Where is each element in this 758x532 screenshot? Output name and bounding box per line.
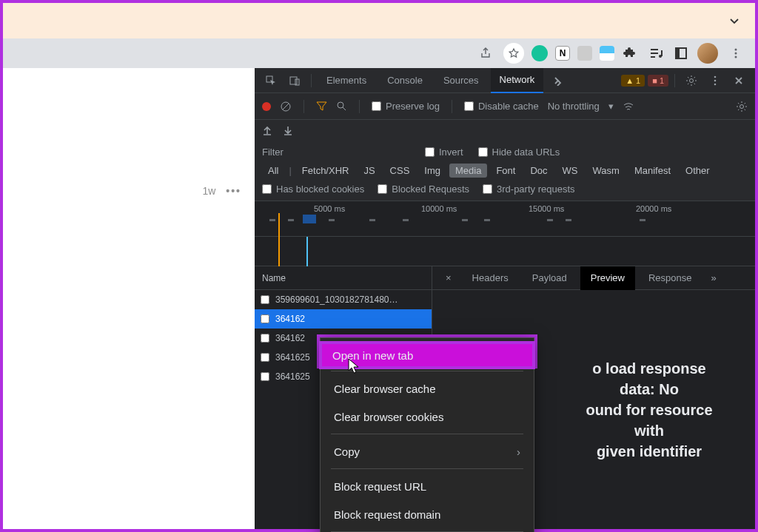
svg-rect-7: [290, 77, 297, 84]
throttling-dropdown-icon[interactable]: ▾: [608, 101, 614, 112]
settings-gear-icon[interactable]: [681, 70, 702, 91]
svg-rect-2: [676, 48, 680, 58]
filter-css[interactable]: CSS: [384, 164, 416, 178]
more-options-icon[interactable]: •••: [226, 185, 241, 197]
network-timeline[interactable]: 5000 ms 10000 ms 15000 ms 20000 ms: [255, 201, 755, 237]
timeline-mark: 15000 ms: [529, 204, 564, 213]
tab-console[interactable]: Console: [378, 68, 432, 93]
download-icon[interactable]: [283, 125, 293, 135]
name-column-header[interactable]: Name: [255, 266, 432, 290]
menu-block-url[interactable]: Block request URL: [321, 472, 534, 500]
svg-point-3: [735, 49, 737, 51]
extensions-puzzle-icon[interactable]: [622, 44, 640, 62]
svg-point-5: [735, 56, 737, 58]
extension-grammarly-icon[interactable]: [531, 45, 548, 61]
svg-point-9: [690, 78, 694, 82]
svg-point-12: [714, 83, 717, 85]
tab-network[interactable]: Network: [491, 68, 544, 93]
more-tabs-icon[interactable]: [546, 70, 567, 91]
reading-list-icon[interactable]: [672, 44, 690, 62]
menu-block-domain[interactable]: Block request domain: [321, 500, 534, 528]
tab-preview[interactable]: Preview: [580, 266, 635, 290]
preserve-log-checkbox[interactable]: Preserve log: [372, 101, 440, 112]
network-settings-icon[interactable]: [736, 101, 748, 112]
filter-js[interactable]: JS: [358, 164, 380, 178]
filter-wasm[interactable]: Wasm: [587, 164, 625, 178]
timeline-mark: 5000 ms: [314, 204, 345, 213]
clear-icon[interactable]: [280, 101, 292, 112]
tab-response[interactable]: Response: [638, 266, 702, 290]
third-party-checkbox[interactable]: 3rd-party requests: [483, 183, 575, 195]
chevron-down-icon[interactable]: [728, 15, 740, 27]
throttling-select[interactable]: No throttling: [548, 101, 600, 112]
more-detail-tabs-icon[interactable]: »: [705, 272, 722, 283]
record-button[interactable]: [262, 102, 271, 111]
filter-doc[interactable]: Doc: [524, 164, 553, 178]
tab-sources[interactable]: Sources: [435, 68, 488, 93]
svg-point-11: [714, 79, 717, 81]
extension-music-icon[interactable]: [647, 44, 665, 62]
warnings-badge[interactable]: ▲ 1: [621, 75, 645, 87]
filter-img[interactable]: Img: [418, 164, 446, 178]
tab-elements[interactable]: Elements: [318, 68, 375, 93]
filter-media[interactable]: Media: [449, 164, 487, 178]
extension-icon-3[interactable]: [577, 46, 592, 61]
hide-data-urls-checkbox[interactable]: Hide data URLs: [478, 147, 560, 158]
cursor-icon: [348, 358, 361, 374]
kebab-menu-icon[interactable]: [725, 43, 746, 64]
menu-clear-cache[interactable]: Clear browser cache: [321, 374, 534, 403]
blocked-requests-checkbox[interactable]: Blocked Requests: [378, 183, 469, 195]
filter-icon[interactable]: [316, 101, 327, 112]
upload-icon[interactable]: [262, 125, 272, 135]
close-devtools-icon[interactable]: [728, 70, 749, 91]
disable-cache-checkbox[interactable]: Disable cache: [464, 101, 539, 112]
svg-point-4: [735, 53, 737, 55]
timeline-mark: 10000 ms: [421, 204, 457, 213]
filter-all[interactable]: All: [262, 164, 284, 178]
filter-manifest[interactable]: Manifest: [628, 164, 677, 178]
filter-input[interactable]: Filter: [262, 147, 410, 158]
timeline-mark: 20000 ms: [636, 204, 671, 213]
tab-headers[interactable]: Headers: [462, 266, 519, 290]
network-conditions-icon[interactable]: [623, 101, 634, 112]
device-toolbar-icon[interactable]: [284, 70, 305, 91]
star-icon[interactable]: [503, 43, 524, 64]
has-blocked-cookies-checkbox[interactable]: Has blocked cookies: [262, 183, 364, 195]
browser-toolbar: N: [3, 38, 755, 68]
svg-point-10: [714, 75, 717, 78]
filter-font[interactable]: Font: [490, 164, 521, 178]
errors-badge[interactable]: ■ 1: [648, 75, 668, 87]
close-detail-icon[interactable]: ×: [438, 272, 459, 283]
filter-ws[interactable]: WS: [557, 164, 584, 178]
svg-point-15: [740, 104, 744, 108]
page-content-area: 1w •••: [3, 68, 255, 529]
notification-bar: [3, 3, 755, 38]
inspect-element-icon[interactable]: [261, 70, 281, 91]
extension-notion-icon[interactable]: N: [555, 46, 570, 61]
menu-clear-cookies[interactable]: Clear browser cookies: [321, 403, 534, 431]
extension-icon-4[interactable]: [600, 46, 614, 61]
search-icon[interactable]: [336, 101, 347, 112]
request-row[interactable]: 364162: [255, 309, 432, 329]
type-filter-row: All | Fetch/XHR JS CSS Img Media Font Do…: [262, 164, 748, 178]
kebab-icon[interactable]: [705, 70, 725, 91]
invert-checkbox[interactable]: Invert: [425, 147, 463, 158]
tab-payload[interactable]: Payload: [522, 266, 577, 290]
filter-other[interactable]: Other: [680, 164, 716, 178]
filter-fetch[interactable]: Fetch/XHR: [296, 164, 355, 178]
profile-avatar[interactable]: [697, 43, 718, 64]
menu-copy[interactable]: Copy›: [321, 437, 534, 465]
request-row[interactable]: 359699601_1030182781480…: [255, 290, 432, 309]
share-icon[interactable]: [475, 43, 496, 64]
timestamp: 1w: [202, 185, 215, 197]
svg-point-14: [338, 102, 343, 108]
